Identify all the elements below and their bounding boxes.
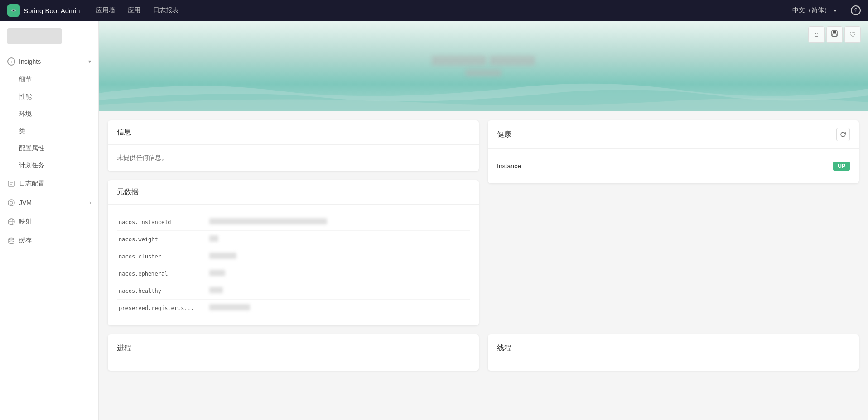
- metadata-card: 元数据 nacos.instanceId: [108, 180, 479, 325]
- cache-icon: [7, 237, 15, 245]
- table-row: nacos.ephemeral: [117, 265, 470, 282]
- layout: i Insights ▾ 细节 性能 环境 类 配置属性 计划任务: [0, 21, 868, 420]
- topnav: Spring Boot Admin 应用墙 应用 日志报表 中文（简体） ▾ ?: [0, 0, 868, 21]
- favorite-button[interactable]: ♡: [844, 26, 861, 43]
- svg-point-5: [10, 201, 13, 204]
- sidebar-item-performance[interactable]: 性能: [0, 88, 98, 105]
- meta-key-nacos-instance-id: nacos.instanceId: [117, 214, 207, 231]
- log-config-label-wrap: 日志配置: [7, 180, 91, 188]
- info-card: 信息 未提供任何信息。: [108, 120, 479, 171]
- sidebar-item-classes[interactable]: 类: [0, 123, 98, 140]
- mapping-icon: [7, 218, 15, 226]
- language-label: 中文（简体）: [792, 6, 830, 14]
- jvm-label: JVM: [19, 199, 32, 206]
- table-row: preserved.register.s...: [117, 300, 470, 317]
- process-card: 进程: [108, 334, 479, 371]
- meta-value-blurred: [209, 253, 236, 259]
- left-column: 信息 未提供任何信息。 元数据 nac: [108, 120, 479, 325]
- table-row: nacos.instanceId: [117, 214, 470, 231]
- table-row: nacos.weight: [117, 231, 470, 248]
- insights-chevron-icon: ▾: [88, 58, 91, 65]
- insights-group-header[interactable]: i Insights ▾: [0, 52, 98, 71]
- threads-card: 线程: [488, 334, 859, 371]
- health-instance-row: Instance UP: [497, 158, 850, 174]
- health-title: 健康: [497, 130, 511, 139]
- save-icon: [831, 30, 838, 39]
- table-row: nacos.healthy: [117, 282, 470, 300]
- metadata-card-body: nacos.instanceId nacos.weight: [108, 205, 479, 325]
- metadata-title: 元数据: [117, 187, 139, 197]
- home-button[interactable]: ⌂: [808, 26, 825, 43]
- topnav-menu: 应用墙 应用 日志报表: [91, 4, 781, 17]
- meta-value-blurred: [209, 235, 218, 242]
- mapping-label-wrap: 映射: [7, 218, 91, 226]
- health-refresh-button[interactable]: [836, 128, 850, 141]
- banner: ⌂ ♡: [99, 21, 868, 111]
- sidebar-item-details[interactable]: 细节: [0, 71, 98, 88]
- cache-label-wrap: 缓存: [7, 237, 91, 245]
- content-grid: 信息 未提供任何信息。 元数据 nac: [99, 111, 868, 334]
- nav-log-report[interactable]: 日志报表: [148, 4, 184, 17]
- svg-point-0: [13, 10, 15, 12]
- mapping-label: 映射: [19, 218, 32, 226]
- section-footer: 进程 线程: [99, 334, 868, 380]
- metadata-table: nacos.instanceId nacos.weight: [117, 214, 470, 316]
- metadata-card-header: 元数据: [108, 180, 479, 205]
- log-config-label: 日志配置: [19, 180, 44, 188]
- language-selector[interactable]: 中文（简体） ▾: [792, 6, 836, 14]
- info-empty-message: 未提供任何信息。: [117, 154, 168, 161]
- home-icon: ⌂: [814, 30, 819, 38]
- mapping-group[interactable]: 映射: [0, 212, 98, 231]
- banner-actions: ⌂ ♡: [808, 26, 861, 43]
- app-status-blurred: [465, 69, 502, 76]
- svg-point-9: [9, 238, 14, 240]
- meta-key-nacos-weight: nacos.weight: [117, 231, 207, 248]
- meta-key-nacos-healthy: nacos.healthy: [117, 282, 207, 300]
- process-title: 进程: [117, 344, 131, 352]
- cache-group[interactable]: 缓存: [0, 231, 98, 250]
- log-config-icon: [7, 180, 15, 188]
- jvm-label-wrap: JVM: [7, 199, 89, 207]
- brand[interactable]: Spring Boot Admin: [7, 4, 80, 17]
- health-card: 健康 Instance UP: [488, 120, 859, 183]
- brand-label: Spring Boot Admin: [24, 7, 80, 14]
- health-card-body: Instance UP: [488, 149, 859, 183]
- info-card-header: 信息: [108, 120, 479, 145]
- meta-value-blurred: [209, 270, 225, 276]
- meta-value-blurred: [209, 218, 327, 224]
- sidebar-item-environment[interactable]: 环境: [0, 105, 98, 123]
- nav-app-wall[interactable]: 应用墙: [91, 4, 121, 17]
- svg-point-4: [8, 200, 14, 206]
- meta-value-nacos-weight: [207, 231, 470, 248]
- sidebar-item-scheduled[interactable]: 计划任务: [0, 157, 98, 174]
- threads-title: 线程: [497, 344, 511, 352]
- nav-app[interactable]: 应用: [122, 4, 146, 17]
- meta-key-preserved: preserved.register.s...: [117, 300, 207, 317]
- sidebar-item-config-props[interactable]: 配置属性: [0, 140, 98, 157]
- table-row: nacos.cluster: [117, 248, 470, 265]
- log-config-group[interactable]: 日志配置: [0, 174, 98, 193]
- meta-value-nacos-ephemeral: [207, 265, 470, 282]
- right-column: 健康 Instance UP: [488, 120, 859, 325]
- help-icon: ?: [851, 5, 861, 15]
- cache-label: 缓存: [19, 237, 32, 245]
- help-button[interactable]: ?: [851, 5, 861, 15]
- save-button[interactable]: [826, 26, 843, 43]
- meta-value-blurred: [209, 287, 223, 293]
- meta-value-nacos-cluster: [207, 248, 470, 265]
- insights-label: Insights: [19, 58, 41, 65]
- sidebar: i Insights ▾ 细节 性能 环境 类 配置属性 计划任务: [0, 21, 99, 420]
- jvm-icon: [7, 199, 15, 207]
- heart-icon: ♡: [849, 30, 856, 39]
- insights-items: 细节 性能 环境 类 配置属性 计划任务: [0, 71, 98, 174]
- insights-label-wrap: i Insights: [7, 57, 88, 66]
- jvm-chevron-icon: ›: [89, 200, 91, 206]
- main-content: ⌂ ♡: [99, 21, 868, 420]
- health-card-header: 健康: [488, 120, 859, 149]
- banner-center: [432, 56, 535, 76]
- svg-rect-1: [8, 181, 14, 186]
- jvm-group[interactable]: JVM ›: [0, 193, 98, 212]
- meta-value-blurred: [209, 304, 250, 310]
- status-badge: UP: [833, 162, 850, 171]
- brand-icon: [7, 4, 20, 17]
